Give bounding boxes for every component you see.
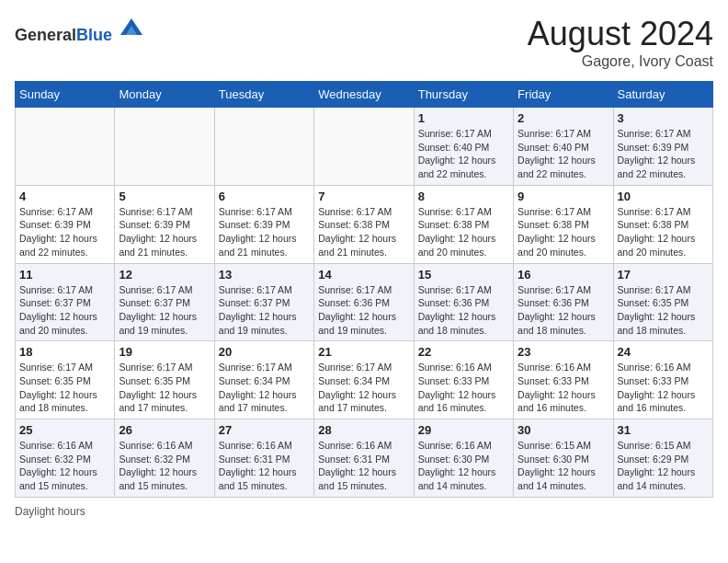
day-info: Sunrise: 6:15 AM Sunset: 6:29 PM Dayligh…	[618, 439, 709, 493]
day-header-monday: Monday	[115, 82, 214, 108]
day-info: Sunrise: 6:17 AM Sunset: 6:39 PM Dayligh…	[19, 205, 110, 259]
day-info: Sunrise: 6:17 AM Sunset: 6:37 PM Dayligh…	[119, 283, 210, 338]
day-info: Sunrise: 6:16 AM Sunset: 6:31 PM Dayligh…	[219, 439, 310, 493]
day-number: 12	[119, 268, 210, 282]
day-number: 7	[318, 190, 409, 203]
calendar-cell	[16, 108, 115, 186]
calendar-cell: 4Sunrise: 6:17 AM Sunset: 6:39 PM Daylig…	[16, 185, 115, 263]
day-info: Sunrise: 6:17 AM Sunset: 6:35 PM Dayligh…	[618, 283, 709, 338]
logo-general-text: General	[15, 26, 76, 44]
day-number: 21	[318, 345, 409, 359]
calendar-cell	[115, 108, 214, 186]
day-info: Sunrise: 6:16 AM Sunset: 6:30 PM Dayligh…	[418, 439, 509, 493]
day-number: 28	[318, 423, 409, 437]
day-header-thursday: Thursday	[414, 82, 513, 108]
day-number: 26	[119, 423, 210, 437]
calendar-cell	[214, 108, 313, 186]
day-number: 29	[418, 423, 509, 437]
day-number: 22	[418, 345, 509, 359]
day-number: 1	[418, 111, 509, 125]
day-info: Sunrise: 6:17 AM Sunset: 6:36 PM Dayligh…	[318, 283, 409, 338]
day-info: Sunrise: 6:17 AM Sunset: 6:40 PM Dayligh…	[418, 127, 509, 181]
calendar-cell: 29Sunrise: 6:16 AM Sunset: 6:30 PM Dayli…	[414, 419, 513, 498]
day-number: 6	[219, 190, 310, 203]
day-info: Sunrise: 6:16 AM Sunset: 6:32 PM Dayligh…	[119, 439, 210, 493]
calendar-cell: 20Sunrise: 6:17 AM Sunset: 6:34 PM Dayli…	[214, 341, 313, 419]
calendar-cell: 8Sunrise: 6:17 AM Sunset: 6:38 PM Daylig…	[414, 185, 513, 263]
day-number: 4	[19, 190, 110, 203]
calendar-week-row: 25Sunrise: 6:16 AM Sunset: 6:32 PM Dayli…	[16, 419, 713, 498]
day-info: Sunrise: 6:17 AM Sunset: 6:35 PM Dayligh…	[19, 361, 110, 415]
calendar-cell: 24Sunrise: 6:16 AM Sunset: 6:33 PM Dayli…	[613, 341, 712, 419]
calendar-cell: 17Sunrise: 6:17 AM Sunset: 6:35 PM Dayli…	[613, 263, 712, 341]
calendar: SundayMondayTuesdayWednesdayThursdayFrid…	[15, 81, 713, 498]
calendar-cell	[314, 108, 414, 186]
day-info: Sunrise: 6:17 AM Sunset: 6:38 PM Dayligh…	[418, 205, 509, 259]
calendar-cell: 14Sunrise: 6:17 AM Sunset: 6:36 PM Dayli…	[314, 263, 414, 341]
day-info: Sunrise: 6:16 AM Sunset: 6:33 PM Dayligh…	[418, 361, 509, 415]
day-number: 16	[518, 268, 609, 282]
day-number: 9	[518, 190, 609, 203]
calendar-cell: 22Sunrise: 6:16 AM Sunset: 6:33 PM Dayli…	[414, 341, 513, 419]
day-info: Sunrise: 6:17 AM Sunset: 6:35 PM Dayligh…	[119, 361, 210, 415]
calendar-cell: 15Sunrise: 6:17 AM Sunset: 6:36 PM Dayli…	[414, 263, 513, 341]
day-number: 2	[518, 111, 609, 125]
month-year: August 2024	[528, 15, 713, 53]
calendar-cell: 2Sunrise: 6:17 AM Sunset: 6:40 PM Daylig…	[514, 108, 613, 186]
calendar-cell: 9Sunrise: 6:17 AM Sunset: 6:38 PM Daylig…	[514, 185, 613, 263]
calendar-cell: 16Sunrise: 6:17 AM Sunset: 6:36 PM Dayli…	[514, 263, 613, 341]
calendar-cell: 10Sunrise: 6:17 AM Sunset: 6:38 PM Dayli…	[613, 185, 712, 263]
day-number: 24	[618, 345, 709, 359]
calendar-cell: 13Sunrise: 6:17 AM Sunset: 6:37 PM Dayli…	[214, 263, 313, 341]
day-info: Sunrise: 6:16 AM Sunset: 6:32 PM Dayligh…	[19, 439, 110, 493]
day-info: Sunrise: 6:17 AM Sunset: 6:36 PM Dayligh…	[518, 283, 609, 338]
logo-icon	[119, 15, 144, 40]
day-header-saturday: Saturday	[613, 82, 712, 108]
day-info: Sunrise: 6:17 AM Sunset: 6:34 PM Dayligh…	[219, 361, 310, 415]
day-number: 18	[19, 345, 110, 359]
day-number: 14	[318, 268, 409, 282]
day-header-tuesday: Tuesday	[214, 82, 313, 108]
calendar-cell: 18Sunrise: 6:17 AM Sunset: 6:35 PM Dayli…	[16, 341, 115, 419]
day-info: Sunrise: 6:17 AM Sunset: 6:38 PM Dayligh…	[518, 205, 609, 259]
day-number: 19	[119, 345, 210, 359]
day-header-sunday: Sunday	[16, 82, 115, 108]
day-number: 5	[119, 190, 210, 203]
logo: GeneralBlue	[15, 15, 144, 45]
day-number: 3	[618, 111, 709, 125]
calendar-cell: 21Sunrise: 6:17 AM Sunset: 6:34 PM Dayli…	[314, 341, 414, 419]
day-info: Sunrise: 6:17 AM Sunset: 6:38 PM Dayligh…	[618, 205, 709, 259]
calendar-week-row: 4Sunrise: 6:17 AM Sunset: 6:39 PM Daylig…	[16, 185, 713, 263]
calendar-cell: 12Sunrise: 6:17 AM Sunset: 6:37 PM Dayli…	[115, 263, 214, 341]
day-header-wednesday: Wednesday	[314, 82, 414, 108]
calendar-cell: 1Sunrise: 6:17 AM Sunset: 6:40 PM Daylig…	[414, 108, 513, 186]
title-area: August 2024 Gagore, Ivory Coast	[528, 15, 713, 70]
calendar-cell: 30Sunrise: 6:15 AM Sunset: 6:30 PM Dayli…	[514, 419, 613, 498]
day-number: 15	[418, 268, 509, 282]
calendar-week-row: 18Sunrise: 6:17 AM Sunset: 6:35 PM Dayli…	[16, 341, 713, 419]
day-info: Sunrise: 6:17 AM Sunset: 6:39 PM Dayligh…	[618, 127, 709, 181]
calendar-header-row: SundayMondayTuesdayWednesdayThursdayFrid…	[16, 82, 713, 108]
day-info: Sunrise: 6:15 AM Sunset: 6:30 PM Dayligh…	[518, 439, 609, 493]
logo-blue-text: Blue	[76, 26, 112, 44]
calendar-cell: 19Sunrise: 6:17 AM Sunset: 6:35 PM Dayli…	[115, 341, 214, 419]
day-number: 25	[19, 423, 110, 437]
day-info: Sunrise: 6:17 AM Sunset: 6:39 PM Dayligh…	[119, 205, 210, 259]
day-number: 17	[618, 268, 709, 282]
day-info: Sunrise: 6:17 AM Sunset: 6:34 PM Dayligh…	[318, 361, 409, 415]
calendar-cell: 27Sunrise: 6:16 AM Sunset: 6:31 PM Dayli…	[214, 419, 313, 498]
day-number: 20	[219, 345, 310, 359]
day-number: 27	[219, 423, 310, 437]
location: Gagore, Ivory Coast	[528, 53, 713, 70]
day-info: Sunrise: 6:17 AM Sunset: 6:37 PM Dayligh…	[19, 283, 110, 338]
calendar-cell: 6Sunrise: 6:17 AM Sunset: 6:39 PM Daylig…	[214, 185, 313, 263]
calendar-cell: 25Sunrise: 6:16 AM Sunset: 6:32 PM Dayli…	[16, 419, 115, 498]
calendar-cell: 3Sunrise: 6:17 AM Sunset: 6:39 PM Daylig…	[613, 108, 712, 186]
header: GeneralBlue August 2024 Gagore, Ivory Co…	[15, 15, 713, 70]
day-info: Sunrise: 6:17 AM Sunset: 6:36 PM Dayligh…	[418, 283, 509, 338]
footer-note: Daylight hours	[15, 505, 713, 518]
calendar-week-row: 11Sunrise: 6:17 AM Sunset: 6:37 PM Dayli…	[16, 263, 713, 341]
day-number: 31	[618, 423, 709, 437]
calendar-cell: 28Sunrise: 6:16 AM Sunset: 6:31 PM Dayli…	[314, 419, 414, 498]
day-info: Sunrise: 6:16 AM Sunset: 6:33 PM Dayligh…	[618, 361, 709, 415]
